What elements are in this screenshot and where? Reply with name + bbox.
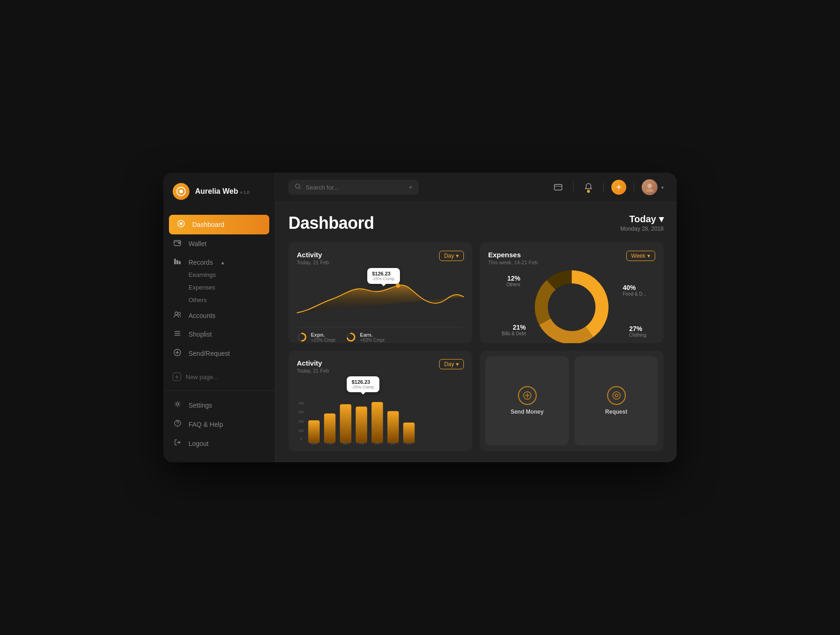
sidebar-item-faq[interactable]: FAQ & Help bbox=[163, 415, 275, 434]
sidebar-item-records[interactable]: Records ▲ bbox=[163, 253, 275, 268]
settings-icon bbox=[173, 401, 182, 409]
send-request-label: Send/Request bbox=[189, 350, 230, 357]
sidebar-item-wallet[interactable]: Wallet bbox=[163, 234, 275, 253]
svg-point-9 bbox=[175, 312, 178, 315]
sidebar-bottom: Settings FAQ & Help Logout bbox=[163, 390, 275, 462]
activity-badge-chevron: ▾ bbox=[456, 253, 459, 259]
sidebar-item-send-request[interactable]: Send/Request bbox=[163, 344, 275, 363]
add-page-icon: + bbox=[173, 373, 181, 381]
activity-card-footer: Expn. +23% Cmpr. Earn. +63% Cmpr bbox=[297, 327, 464, 343]
bar-subtitle: Today, 21 Feb bbox=[297, 368, 329, 374]
svg-rect-42 bbox=[308, 420, 319, 443]
request-label: Request bbox=[605, 409, 627, 415]
shoplist-label: Shoplist bbox=[189, 331, 212, 338]
svg-text:200: 200 bbox=[299, 419, 304, 423]
svg-rect-48 bbox=[356, 406, 367, 443]
expenses-title: Expenses bbox=[488, 251, 538, 259]
sidebar-sub-earnings[interactable]: Eearnings bbox=[189, 268, 275, 281]
svg-text:400: 400 bbox=[299, 401, 304, 404]
send-money-button[interactable]: Send Money bbox=[485, 356, 569, 446]
expenses-card: Expenses This week, 14-21 Feb Week ▾ bbox=[480, 242, 664, 343]
sidebar-item-shoplist[interactable]: Shoplist bbox=[163, 325, 275, 344]
user-avatar[interactable] bbox=[642, 179, 658, 195]
avatar-area[interactable]: ▾ bbox=[642, 179, 664, 195]
svg-point-59 bbox=[613, 392, 620, 399]
app-version: v 1.0 bbox=[240, 190, 250, 195]
tooltip-amount: $126.23 bbox=[372, 271, 395, 276]
avatar-chevron-icon: ▾ bbox=[661, 185, 664, 190]
donut-label-others: 12% Others bbox=[506, 275, 520, 287]
donut-label-clothing: 27% Clothing bbox=[629, 325, 646, 338]
bar-tooltip-amount: $126.23 bbox=[351, 379, 375, 385]
sidebar-item-accounts[interactable]: Accounts bbox=[163, 306, 275, 325]
expenses-badge-chevron: ▾ bbox=[647, 253, 650, 259]
dashboard-icon bbox=[176, 220, 186, 229]
date-label[interactable]: Today ▾ bbox=[620, 213, 664, 225]
activity-badge[interactable]: Day ▾ bbox=[439, 251, 464, 261]
earn-label: Earn. bbox=[360, 332, 385, 338]
dashboard-label: Dashboard bbox=[192, 221, 224, 228]
svg-line-22 bbox=[299, 188, 301, 189]
content-area: Dashbaord Today ▾ Monday 28, 2018 Activi… bbox=[275, 202, 677, 462]
request-icon bbox=[607, 386, 626, 405]
sidebar-item-settings[interactable]: Settings bbox=[163, 395, 275, 415]
window-icon-button[interactable] bbox=[551, 180, 566, 195]
bar-chart-svg: 400 300 200 100 0 MON TUE W bbox=[297, 400, 464, 445]
activity-line-card: Activity Today, 21 Feb Day ▾ $126.23 -25… bbox=[288, 242, 472, 343]
svg-text:300: 300 bbox=[299, 410, 304, 414]
activity-badge-label: Day bbox=[444, 253, 454, 259]
search-bar[interactable]: ▾ bbox=[288, 180, 419, 195]
svg-text:0: 0 bbox=[301, 437, 302, 440]
quick-actions-grid: Send Money Request bbox=[485, 356, 658, 446]
wallet-label: Wallet bbox=[189, 240, 206, 247]
logo-area: Aurelia Web v 1.0 bbox=[163, 173, 275, 210]
svg-rect-44 bbox=[324, 413, 335, 443]
add-button[interactable]: + bbox=[611, 180, 626, 195]
top-header: ▾ + bbox=[275, 173, 677, 202]
search-input[interactable] bbox=[306, 184, 405, 191]
bar-badge[interactable]: Day ▾ bbox=[439, 359, 464, 369]
svg-text:MON: MON bbox=[311, 442, 317, 445]
svg-text:WED: WED bbox=[343, 442, 349, 445]
svg-text:TUE: TUE bbox=[327, 442, 332, 445]
avatar-image bbox=[642, 179, 658, 195]
svg-point-26 bbox=[646, 189, 653, 192]
expn-sub: +23% Cmpr. bbox=[311, 338, 336, 343]
main-panel: ▾ + bbox=[275, 173, 677, 462]
sidebar: Aurelia Web v 1.0 Dashboard Wallet bbox=[163, 173, 275, 462]
request-button[interactable]: Request bbox=[574, 356, 658, 446]
expenses-card-header: Expenses This week, 14-21 Feb Week ▾ bbox=[488, 251, 655, 265]
svg-rect-52 bbox=[387, 411, 399, 443]
svg-rect-5 bbox=[178, 242, 180, 244]
search-dropdown-icon[interactable]: ▾ bbox=[409, 184, 412, 190]
add-page-label: New page... bbox=[186, 374, 218, 381]
line-chart-tooltip: $126.23 -25% Comp. bbox=[367, 268, 400, 284]
send-request-icon bbox=[173, 349, 182, 358]
logout-icon bbox=[173, 439, 182, 448]
activity-card-header: Activity Today, 21 Feb Day ▾ bbox=[297, 251, 464, 265]
sidebar-item-logout[interactable]: Logout bbox=[163, 434, 275, 453]
shoplist-icon bbox=[173, 330, 182, 339]
activity-bar-card: Activity Today, 21 Feb Day ▾ $126.23 -25… bbox=[288, 351, 472, 452]
footer-expn: Expn. +23% Cmpr. bbox=[297, 332, 336, 343]
sidebar-item-dashboard[interactable]: Dashboard bbox=[169, 215, 269, 234]
bar-badge-chevron: ▾ bbox=[456, 361, 459, 367]
logout-label: Logout bbox=[189, 440, 209, 447]
records-arrow-icon: ▲ bbox=[220, 260, 225, 265]
send-money-icon bbox=[518, 386, 537, 405]
header-divider-3 bbox=[634, 182, 634, 193]
notification-button[interactable] bbox=[581, 180, 596, 195]
logo-icon bbox=[173, 183, 189, 200]
page-header: Dashbaord Today ▾ Monday 28, 2018 bbox=[288, 213, 664, 233]
bar-badge-label: Day bbox=[444, 361, 454, 367]
add-page-button[interactable]: + New page... bbox=[163, 368, 275, 386]
sidebar-sub-expenses[interactable]: Expenses bbox=[189, 281, 275, 294]
sidebar-sub-others[interactable]: Others bbox=[189, 294, 275, 306]
expenses-badge[interactable]: Week ▾ bbox=[626, 251, 655, 261]
expn-text: Expn. +23% Cmpr. bbox=[311, 332, 336, 343]
svg-point-3 bbox=[180, 222, 182, 225]
svg-point-25 bbox=[647, 183, 652, 188]
activity-subtitle: Today, 21 Feb bbox=[297, 260, 329, 265]
bar-chart-area: 400 300 200 100 0 MON TUE W bbox=[297, 400, 464, 445]
date-section: Today ▾ Monday 28, 2018 bbox=[620, 213, 664, 232]
